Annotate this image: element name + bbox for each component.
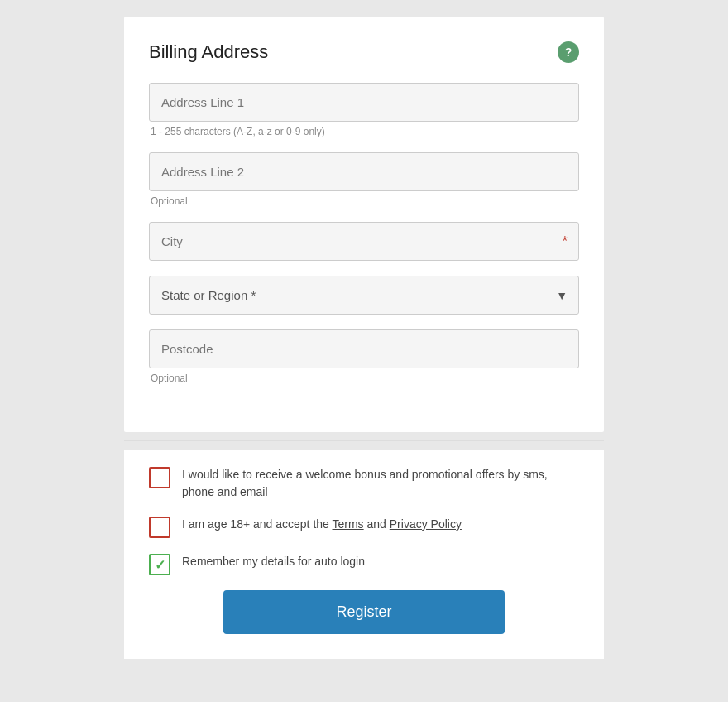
privacy-policy-link[interactable]: Privacy Policy [390,517,462,531]
section-title: Billing Address [149,41,268,63]
promo-checkbox-row: I would like to receive a welcome bonus … [149,466,579,501]
age-checkbox-label: I am age 18+ and accept the Terms and Pr… [182,516,462,533]
city-required-star: * [563,234,568,249]
terms-link[interactable]: Terms [333,517,364,531]
address-line-1-input[interactable] [149,83,579,122]
address-line-2-input[interactable] [149,152,579,191]
promo-checkbox-label: I would like to receive a welcome bonus … [182,466,579,501]
postcode-group: Optional [149,329,579,384]
section-divider [124,440,604,441]
age-checkbox[interactable] [149,517,170,538]
remember-checkbox-label: Remember my details for auto login [182,553,365,570]
state-region-select[interactable]: State or Region * [149,276,579,315]
help-icon[interactable]: ? [558,41,579,63]
state-region-group: State or Region * ▼ [149,276,579,315]
age-checkbox-row: I am age 18+ and accept the Terms and Pr… [149,516,579,538]
postcode-input[interactable] [149,329,579,368]
checkboxes-section: I would like to receive a welcome bonus … [124,450,604,659]
postcode-hint: Optional [149,373,579,384]
city-input[interactable] [149,222,579,261]
remember-checkbox-row: Remember my details for auto login [149,553,579,575]
promo-checkbox[interactable] [149,467,170,488]
register-button[interactable]: Register [223,590,505,634]
address-line-2-group: Optional [149,152,579,207]
address-line-1-hint: 1 - 255 characters (A-Z, a-z or 0-9 only… [149,126,579,137]
city-group: * [149,222,579,261]
remember-checkbox[interactable] [149,554,170,575]
billing-address-section: Billing Address ? 1 - 255 characters (A-… [124,17,604,432]
state-region-wrapper: State or Region * ▼ [149,276,579,315]
page-container: Billing Address ? 1 - 255 characters (A-… [17,17,711,659]
address-line-1-group: 1 - 255 characters (A-Z, a-z or 0-9 only… [149,83,579,137]
section-header: Billing Address ? [149,41,579,63]
address-line-2-hint: Optional [149,195,579,207]
